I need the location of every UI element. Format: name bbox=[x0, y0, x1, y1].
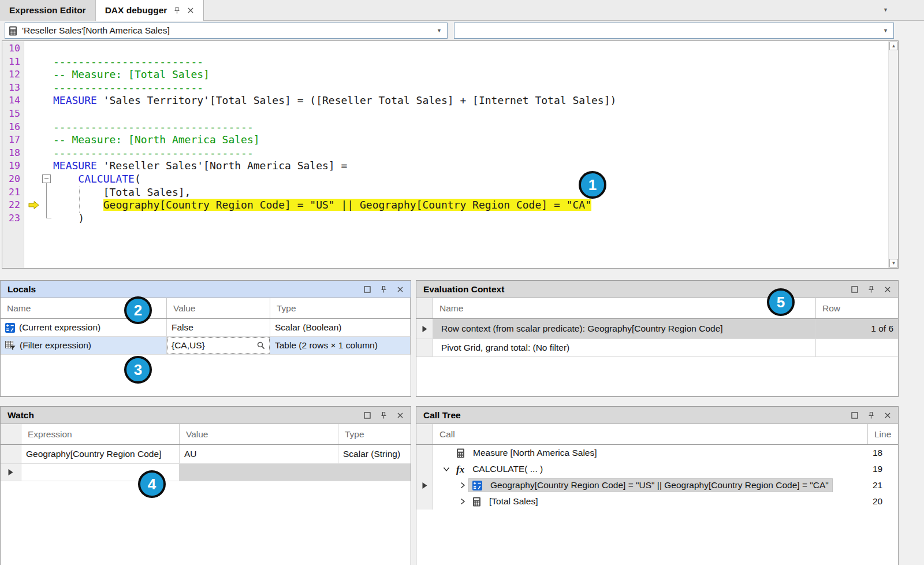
expression-selector[interactable]: 'Reseller Sales'[North America Sales] ▼ bbox=[5, 23, 448, 39]
line-number[interactable]: 20 bbox=[2, 173, 24, 186]
code-token bbox=[53, 199, 103, 211]
chevron-right-icon[interactable] bbox=[456, 481, 469, 489]
watch-type-cell: Scalar (String) bbox=[338, 445, 411, 463]
call-tree-row[interactable]: Measure [North America Sales]18 bbox=[416, 445, 898, 461]
call-entry[interactable]: Geography[Country Region Code] = "US" ||… bbox=[469, 479, 832, 492]
gutter-zone bbox=[24, 159, 53, 173]
column-header[interactable]: Value bbox=[167, 298, 270, 318]
column-header[interactable]: Value bbox=[180, 424, 338, 444]
watch-row[interactable]: Geography[Country Region Code]AUScalar (… bbox=[1, 445, 411, 464]
close-icon[interactable] bbox=[187, 7, 194, 14]
code-token: CALCULATE bbox=[78, 173, 135, 185]
pin-icon[interactable] bbox=[867, 411, 875, 419]
line-number[interactable]: 14 bbox=[2, 94, 24, 107]
magnifier-icon[interactable] bbox=[257, 341, 265, 350]
code-token: 'Reseller Sales'[North America Sales] = bbox=[97, 159, 347, 172]
code-line: 19MEASURE 'Reseller Sales'[North America… bbox=[2, 159, 898, 173]
code-token: -- Measure: [North America Sales] bbox=[53, 133, 260, 146]
close-icon[interactable] bbox=[397, 412, 404, 419]
tab-list-chevron-icon[interactable]: ▼ bbox=[883, 7, 888, 13]
call-entry[interactable]: fxCALCULATE( ... ) bbox=[453, 463, 546, 475]
call-tree-row[interactable]: fxCALCULATE( ... )19 bbox=[416, 461, 898, 477]
locals-value-cell[interactable]: {CA,US} bbox=[167, 337, 270, 354]
line-number[interactable]: 21 bbox=[2, 186, 24, 199]
maximize-icon[interactable] bbox=[364, 286, 371, 293]
column-header[interactable]: Line bbox=[868, 424, 898, 444]
close-icon[interactable] bbox=[884, 286, 891, 293]
line-number[interactable]: 15 bbox=[2, 107, 24, 121]
row-marker-cell bbox=[1, 464, 21, 481]
evaluation-context-row[interactable]: Row context (from scalar predicate): Geo… bbox=[416, 319, 898, 339]
code-line: 15 bbox=[2, 107, 898, 121]
locals-name-text: (Filter expression) bbox=[20, 340, 91, 351]
scroll-down-icon[interactable]: ▼ bbox=[889, 259, 898, 267]
watch-panel: Watch ExpressionValueType Geography[Coun… bbox=[0, 406, 411, 565]
context-name-cell: Row context (from scalar predicate): Geo… bbox=[433, 319, 816, 339]
code-text: [Total Sales], bbox=[53, 186, 191, 199]
line-number[interactable]: 13 bbox=[2, 81, 24, 95]
maximize-icon[interactable] bbox=[851, 412, 858, 419]
line-number[interactable]: 12 bbox=[2, 68, 24, 81]
line-number[interactable]: 16 bbox=[2, 121, 24, 134]
code-line: 16-------------------------------- bbox=[2, 121, 898, 134]
tab-strip: Expression Editor DAX debugger ▼ bbox=[0, 0, 924, 21]
maximize-icon[interactable] bbox=[851, 286, 858, 293]
line-number[interactable]: 18 bbox=[2, 147, 24, 160]
column-header[interactable]: Name bbox=[433, 298, 816, 318]
line-number[interactable]: 10 bbox=[2, 42, 24, 55]
call-tree-row[interactable]: [Total Sales]20 bbox=[416, 493, 898, 510]
gutter-zone bbox=[24, 81, 53, 95]
code-line: 20 CALCULATE( bbox=[2, 173, 898, 186]
locals-row[interactable]: (Filter expression){CA,US}Table (2 rows … bbox=[1, 337, 411, 355]
line-number[interactable]: 11 bbox=[2, 55, 24, 69]
calculator-icon bbox=[456, 448, 465, 458]
pin-icon[interactable] bbox=[173, 6, 181, 14]
chevron-down-icon[interactable]: ▼ bbox=[883, 28, 890, 34]
chevron-right-icon[interactable] bbox=[456, 497, 469, 505]
tab-dax-debugger[interactable]: DAX debugger bbox=[96, 0, 204, 21]
column-header[interactable]: Type bbox=[338, 424, 411, 444]
code-text: -- Measure: [North America Sales] bbox=[53, 133, 260, 147]
scroll-up-icon[interactable]: ▲ bbox=[889, 42, 898, 50]
watch-row[interactable] bbox=[1, 464, 411, 481]
calculator-icon bbox=[9, 26, 17, 36]
gutter-zone bbox=[24, 147, 53, 160]
chevron-down-icon[interactable] bbox=[440, 465, 453, 473]
call-tree-row[interactable]: Geography[Country Region Code] = "US" ||… bbox=[416, 477, 898, 493]
expression-toolbar: 'Reseller Sales'[North America Sales] ▼ … bbox=[0, 21, 924, 40]
line-number[interactable]: 23 bbox=[2, 212, 24, 225]
column-header[interactable]: Call bbox=[433, 424, 868, 444]
column-header[interactable]: Type bbox=[270, 298, 411, 318]
tab-expression-editor[interactable]: Expression Editor bbox=[0, 0, 96, 21]
secondary-selector[interactable]: ▼ bbox=[454, 23, 894, 39]
chevron-down-icon[interactable]: ▼ bbox=[437, 28, 444, 34]
call-entry[interactable]: Measure [North America Sales] bbox=[453, 447, 601, 459]
close-icon[interactable] bbox=[884, 412, 891, 419]
fold-collapse-icon[interactable] bbox=[42, 174, 51, 183]
call-text: Measure [North America Sales] bbox=[473, 448, 597, 458]
editor-scrollbar[interactable]: ▲ ▼ bbox=[888, 41, 898, 268]
code-token bbox=[53, 173, 78, 185]
watch-type-cell bbox=[338, 464, 411, 481]
column-header[interactable]: Expression bbox=[21, 424, 180, 444]
line-number[interactable]: 19 bbox=[2, 159, 24, 173]
code-token: -------------------------------- bbox=[53, 147, 254, 159]
line-number[interactable]: 17 bbox=[2, 133, 24, 147]
call-entry[interactable]: [Total Sales] bbox=[469, 495, 541, 508]
line-number[interactable]: 22 bbox=[2, 199, 24, 212]
pin-icon[interactable] bbox=[867, 285, 875, 293]
locals-type-cell: Table (2 rows × 1 column) bbox=[270, 337, 411, 354]
maximize-icon[interactable] bbox=[364, 412, 371, 419]
watch-expression-cell[interactable]: Geography[Country Region Code] bbox=[21, 445, 180, 463]
code-token: -- Measure: [Total Sales] bbox=[53, 68, 210, 80]
pin-icon[interactable] bbox=[380, 411, 388, 419]
gutter-zone bbox=[24, 107, 53, 121]
pin-icon[interactable] bbox=[380, 285, 388, 293]
evaluation-context-row[interactable]: Pivot Grid, grand total: (No filter) bbox=[416, 339, 898, 357]
locals-row[interactable]: (Current expression)FalseScalar (Boolean… bbox=[1, 319, 411, 337]
highlighted-statement: Geography[Country Region Code] = "US" ||… bbox=[103, 199, 591, 211]
code-editor[interactable]: 1011------------------------12-- Measure… bbox=[2, 40, 899, 269]
close-icon[interactable] bbox=[397, 286, 404, 293]
tab-label: Expression Editor bbox=[9, 5, 86, 16]
column-header[interactable]: Row bbox=[816, 298, 898, 318]
